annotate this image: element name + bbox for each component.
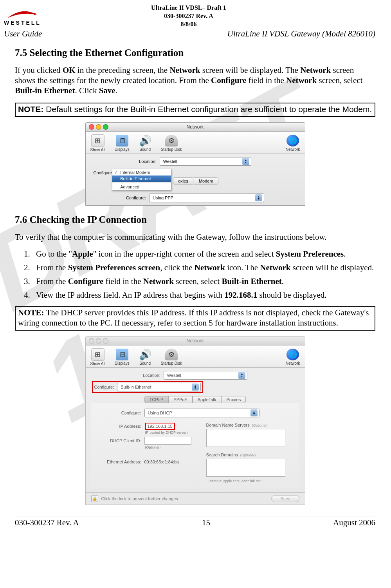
titlebar-2: Network xyxy=(86,337,305,346)
search-optional: (Optional) xyxy=(240,453,256,457)
search-domains-label: Search Domains xyxy=(206,452,238,457)
configure-dropdown[interactable]: Internal Modem Built-in Ethernet Advance… xyxy=(112,169,171,190)
logo-text: WESTELL xyxy=(4,20,41,26)
footer-center: 15 xyxy=(202,518,210,528)
zoom-icon[interactable] xyxy=(103,124,108,130)
dhcp-optional-note: (Optional) xyxy=(145,445,191,449)
footer: 030-300237 Rev. A 15 August 2006 xyxy=(15,516,375,528)
location-row: Location: Westell ▴▾ xyxy=(86,154,305,169)
configure2-label: Configure: xyxy=(126,195,146,200)
ip-address-value: 192.168.1.15 xyxy=(145,423,175,430)
window-title: Network xyxy=(86,124,305,130)
location-select[interactable]: Westell ▴▾ xyxy=(160,157,251,166)
dhcp-client-id-field[interactable] xyxy=(144,437,191,445)
footer-right: August 2006 xyxy=(333,518,375,528)
titlebar: Network xyxy=(86,123,305,132)
tab-proxies-2[interactable]: Proxies xyxy=(221,396,246,403)
toolbar-show-all-2[interactable]: ⊞Show All xyxy=(90,348,105,366)
subheader: User Guide UltraLine II VDSL Gateway (Mo… xyxy=(4,29,375,39)
chevron-updown-icon: ▴▾ xyxy=(255,194,262,201)
toolbar-displays-2[interactable]: 🖥Displays xyxy=(115,349,130,365)
search-domains-textarea[interactable] xyxy=(206,459,285,477)
chevron-updown-icon: ▴▾ xyxy=(192,384,199,391)
toolbar-startup-disk[interactable]: ⚙Startup Disk xyxy=(161,135,182,152)
product-label: UltraLine II VDSL Gateway (Model 826010) xyxy=(227,29,375,39)
close-icon[interactable] xyxy=(89,124,94,130)
dropdown-item-built-in-ethernet[interactable]: Built-in Ethernet xyxy=(112,175,171,182)
configure-label: Configure xyxy=(94,169,112,175)
displays-icon: 🖥 xyxy=(116,349,128,360)
note-body: Default settings for the Built-in Ethern… xyxy=(43,105,372,114)
toolbar-2: ⊞Show All 🖥Displays 🔊Sound ⚙Startup Disk… xyxy=(86,346,305,368)
tcpip-configure-select[interactable]: Using DHCP ▴▾ xyxy=(144,409,259,417)
footer-left: 030-300237 Rev. A xyxy=(15,518,79,528)
user-guide-label: User Guide xyxy=(4,29,42,39)
tab-appletalk[interactable]: AppleTalk xyxy=(193,396,222,403)
toolbar-network-2[interactable]: 🌐Network xyxy=(286,349,300,365)
tab-tcpip[interactable]: TCP/IP xyxy=(144,396,168,403)
doc-title: UltraLine II VDSL– Draft 1 xyxy=(45,4,332,12)
close-icon[interactable] xyxy=(89,338,94,344)
toolbar-sound[interactable]: 🔊Sound xyxy=(139,135,151,152)
toolbar-startup-disk-2[interactable]: ⚙Startup Disk xyxy=(161,349,182,365)
dhcp-client-id-label: DHCP Client ID: xyxy=(98,438,141,443)
note-label: NOTE: xyxy=(18,105,43,114)
bottom-row: 🔒 Click the lock to prevent further chan… xyxy=(86,492,305,505)
toolbar-show-all[interactable]: ⊞Show All xyxy=(90,134,105,152)
step-1: Go to the "Apple" icon in the upper-righ… xyxy=(32,249,375,259)
note-box-2: NOTE: The DHCP server provides this IP a… xyxy=(15,306,375,330)
lock-icon[interactable]: 🔒 xyxy=(91,495,98,502)
logo-block: WESTELL xyxy=(4,10,41,26)
paragraph-7-5: If you clicked OK in the preceding scree… xyxy=(15,65,375,96)
toolbar-network[interactable]: 🌐Network xyxy=(286,135,300,152)
configure-label-2: Configure: xyxy=(94,385,114,389)
minimize-icon[interactable] xyxy=(96,124,101,130)
tab-pppoe[interactable]: PPPoE xyxy=(168,396,192,403)
tab-modem[interactable]: Modem xyxy=(194,177,218,185)
configure2-select[interactable]: Using PPP ▴▾ xyxy=(149,194,264,202)
save-button[interactable]: Save xyxy=(271,495,299,502)
displays-icon: 🖥 xyxy=(116,135,128,147)
startup-disk-icon: ⚙ xyxy=(165,135,178,147)
window-title-2: Network xyxy=(86,338,305,344)
header-center: UltraLine II VDSL– Draft 1 030-300237 Re… xyxy=(45,4,332,28)
main-tabs: TCP/IP PPPoE AppleTalk Proxies xyxy=(91,396,299,403)
heading-7-5: 7.5 Selecting the Ethernet Configuration xyxy=(15,47,375,58)
steps-list: Go to the "Apple" icon in the upper-righ… xyxy=(15,249,375,300)
dropdown-item-advanced[interactable]: Advanced xyxy=(112,184,171,190)
svg-point-0 xyxy=(34,13,36,15)
note-box-1: NOTE: Default settings for the Built-in … xyxy=(15,103,375,117)
dns-textarea[interactable] xyxy=(206,429,285,447)
step-3: From the Configure field in the Network … xyxy=(32,277,375,286)
note-body-2: The DHCP server provides this IP address… xyxy=(18,308,369,327)
tab-proxies[interactable]: oxies xyxy=(173,177,193,185)
chevron-updown-icon: ▴▾ xyxy=(250,409,258,416)
toolbar-displays[interactable]: 🖥Displays xyxy=(115,135,130,152)
dns-optional: (Optional) xyxy=(252,423,268,427)
logo-swoosh-icon xyxy=(5,10,40,20)
screenshot-1-container: Network ⊞Show All 🖥Displays 🔊Sound ⚙Star… xyxy=(15,122,375,206)
ethernet-address-value: 00:30:65:e1:84:ba xyxy=(144,460,179,464)
location-select-2[interactable]: Westell ▴▾ xyxy=(164,371,247,380)
minimize-icon[interactable] xyxy=(96,338,101,344)
dropdown-item-internal-modem[interactable]: Internal Modem xyxy=(112,169,171,175)
location-label-2: Location: xyxy=(143,373,160,378)
network-icon: 🌐 xyxy=(286,349,299,360)
ip-address-label: IP Address: xyxy=(98,424,141,429)
step-2: From the System Preferences screen, clic… xyxy=(32,263,375,273)
location-row-2: Location: Westell ▴▾ xyxy=(91,369,299,381)
search-example: Example: apple.com, earthlink.net xyxy=(208,479,285,483)
configure-select-2[interactable]: Built-in Ethernet ▴▾ xyxy=(117,383,201,391)
network-icon: 🌐 xyxy=(286,135,299,147)
ethernet-address-label: Ethernet Address: xyxy=(98,460,141,464)
configure-highlight-box: Configure: Built-in Ethernet ▴▾ xyxy=(92,381,204,393)
toolbar-sound-2[interactable]: 🔊Sound xyxy=(139,349,151,365)
tcpip-panel: Configure: Using DHCP ▴▾ IP Address: xyxy=(91,403,299,488)
screenshot-2-container: Network ⊞Show All 🖥Displays 🔊Sound ⚙Star… xyxy=(15,336,375,505)
network-window-1: Network ⊞Show All 🖥Displays 🔊Sound ⚙Star… xyxy=(85,122,305,206)
doc-rev: 030-300237 Rev. A xyxy=(45,12,332,20)
sound-icon: 🔊 xyxy=(139,349,151,360)
zoom-icon[interactable] xyxy=(103,338,108,344)
chevron-updown-icon: ▴▾ xyxy=(238,372,245,379)
toolbar: ⊞Show All 🖥Displays 🔊Sound ⚙Startup Disk… xyxy=(86,132,305,154)
